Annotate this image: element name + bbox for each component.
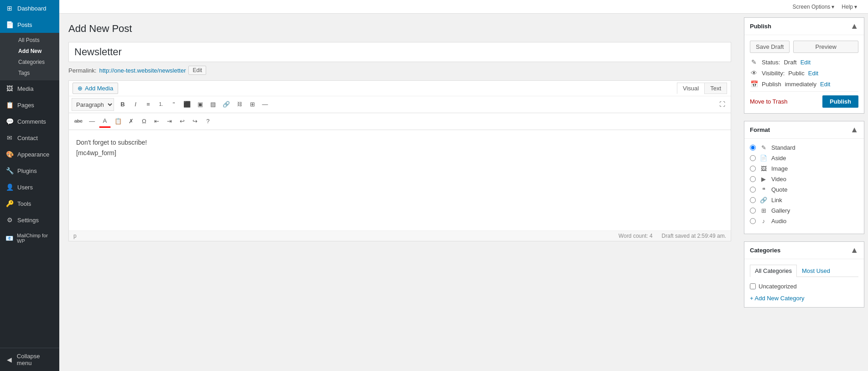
- hr-btn[interactable]: —: [86, 115, 98, 127]
- publish-when-edit-link[interactable]: Edit: [820, 81, 830, 88]
- save-draft-btn[interactable]: Save Draft: [750, 41, 790, 53]
- clear-btn[interactable]: ✗: [125, 115, 137, 127]
- sidebar-item-label: Media: [17, 85, 33, 92]
- sidebar-item-dashboard[interactable]: ⊞ Dashboard: [0, 0, 59, 16]
- format-label-gallery: Gallery: [771, 207, 790, 214]
- unlink-btn[interactable]: ⛓: [234, 99, 245, 110]
- ul-btn[interactable]: ≡: [142, 99, 154, 110]
- collapse-menu-btn[interactable]: ◀ Collapse menu: [0, 348, 59, 371]
- publish-meta-box: Publish ▲ Save Draft Preview ✎ Status: D…: [744, 17, 864, 114]
- format-radio-audio[interactable]: [750, 218, 756, 224]
- sidebar: ⊞ Dashboard 📄 Posts All Posts Add New Ca…: [0, 0, 59, 371]
- post-title-input[interactable]: [68, 42, 731, 62]
- format-radio-standard[interactable]: [750, 145, 756, 151]
- visibility-item: 👁 Visibility: Public Edit: [750, 69, 858, 77]
- italic-btn[interactable]: I: [130, 99, 141, 110]
- format-radio-image[interactable]: [750, 166, 756, 172]
- cat-tab-most-used[interactable]: Most Used: [797, 265, 835, 277]
- sidebar-item-posts[interactable]: 📄 Posts: [0, 16, 59, 33]
- add-category-link[interactable]: + Add New Category: [750, 295, 805, 302]
- collapse-icon: ◀: [5, 356, 13, 363]
- content-area: Add New Post Permalink: http://one-test.…: [59, 14, 868, 371]
- screen-options-btn[interactable]: Screen Options ▾: [789, 4, 838, 10]
- sidebar-item-media[interactable]: 🖼 Media: [0, 80, 59, 97]
- redo-btn[interactable]: ↪: [189, 115, 201, 127]
- publish-meta-box-header[interactable]: Publish ▲: [744, 18, 864, 35]
- permalink-url[interactable]: http://one-test.website/newsletter: [99, 67, 186, 74]
- sidebar-item-settings[interactable]: ⚙ Settings: [0, 212, 59, 228]
- sidebar-sub-tags[interactable]: Tags: [14, 68, 59, 78]
- format-radio-quote[interactable]: [750, 187, 756, 193]
- format-radio-gallery[interactable]: [750, 208, 756, 214]
- sidebar-sub-all-posts[interactable]: All Posts: [14, 35, 59, 46]
- cat-item-uncategorized: Uncategorized: [750, 282, 858, 291]
- align-left-btn[interactable]: ⬛: [181, 99, 193, 110]
- editor-footer: p Word count: 4 Draft saved at 2:59:49 a…: [69, 230, 731, 241]
- publish-footer: Move to Trash Publish: [750, 91, 858, 108]
- link-btn[interactable]: 🔗: [220, 99, 233, 110]
- cat-checkbox-uncategorized[interactable]: [750, 283, 756, 289]
- format-icon-quote: ❝: [759, 186, 768, 193]
- more-btn[interactable]: —: [259, 99, 271, 110]
- align-right-btn[interactable]: ▨: [207, 99, 219, 110]
- blockquote-btn[interactable]: ": [168, 99, 180, 110]
- editor-toolbar-row2: abc — A 📋 ✗ Ω ⇤ ⇥ ↩ ↪ ?: [69, 113, 731, 130]
- paste-text-btn[interactable]: 📋: [112, 115, 125, 127]
- content-paragraph-2: [mc4wp_form]: [76, 148, 723, 158]
- cat-tab-all[interactable]: All Categories: [750, 265, 797, 277]
- sidebar-item-comments[interactable]: 💬 Comments: [0, 113, 59, 130]
- strikethrough-btn[interactable]: abc: [72, 116, 85, 126]
- sidebar-sub-add-new[interactable]: Add New: [14, 46, 59, 57]
- table-btn[interactable]: ⊞: [246, 99, 258, 110]
- sidebar-item-tools[interactable]: 🔑 Tools: [0, 195, 59, 212]
- sidebar-sub-categories[interactable]: Categories: [14, 57, 59, 68]
- add-media-btn[interactable]: ⊕ Add Media: [73, 83, 118, 94]
- paragraph-select[interactable]: Paragraph: [72, 98, 114, 111]
- indent-out-btn[interactable]: ⇤: [151, 115, 163, 127]
- visibility-edit-link[interactable]: Edit: [808, 70, 818, 77]
- indent-in-btn[interactable]: ⇥: [164, 115, 176, 127]
- publish-when-label: Publish: [762, 81, 781, 88]
- visual-mode-btn[interactable]: Visual: [677, 83, 704, 94]
- text-color-btn[interactable]: A: [99, 115, 111, 128]
- sidebar-item-pages[interactable]: 📋 Pages: [0, 97, 59, 113]
- text-mode-btn[interactable]: Text: [704, 83, 727, 94]
- sidebar-item-appearance[interactable]: 🎨 Appearance: [0, 146, 59, 162]
- fullscreen-btn[interactable]: ⛶: [716, 99, 728, 110]
- move-trash-link[interactable]: Move to Trash: [750, 98, 787, 105]
- p-tag-label: p: [73, 233, 77, 239]
- permalink-edit-btn[interactable]: Edit: [188, 66, 206, 75]
- format-icon-image: 🖼: [759, 165, 768, 172]
- topbar: Screen Options ▾ Help ▾: [59, 0, 868, 14]
- content-paragraph-1: Don't forget to subscribe!: [76, 137, 723, 147]
- ol-btn[interactable]: 1.: [155, 99, 167, 110]
- format-label-link: Link: [771, 197, 782, 204]
- sidebar-item-mailchimp[interactable]: 📧 MailChimp for WP: [0, 228, 59, 248]
- format-meta-box-header[interactable]: Format ▲: [744, 121, 864, 139]
- publish-box-content: Save Draft Preview ✎ Status: Draft Edit …: [744, 35, 864, 113]
- sidebar-item-plugins[interactable]: 🔧 Plugins: [0, 162, 59, 179]
- editor-box: ⊕ Add Media Visual Text Paragraph B I ≡ …: [68, 80, 731, 241]
- status-edit-link[interactable]: Edit: [800, 59, 811, 66]
- align-center-btn[interactable]: ▣: [194, 99, 206, 110]
- calendar-icon: 📅: [750, 80, 758, 88]
- format-radio-link[interactable]: [750, 197, 756, 203]
- editor-content[interactable]: Don't forget to subscribe! [mc4wp_form]: [69, 130, 731, 230]
- preview-btn[interactable]: Preview: [793, 41, 858, 53]
- sidebar-item-users[interactable]: 👤 Users: [0, 179, 59, 195]
- sidebar-item-contact[interactable]: ✉ Contact: [0, 130, 59, 146]
- format-radio-video[interactable]: [750, 176, 756, 182]
- publish-btn[interactable]: Publish: [822, 95, 858, 108]
- media-icon: 🖼: [5, 85, 14, 92]
- permalink-label: Permalink:: [68, 67, 96, 74]
- sidebar-item-label: Contact: [17, 135, 38, 141]
- help-editor-btn[interactable]: ?: [202, 115, 214, 127]
- categories-tabs: All Categories Most Used: [750, 265, 858, 277]
- format-radio-aside[interactable]: [750, 155, 756, 161]
- special-char-btn[interactable]: Ω: [138, 115, 150, 127]
- help-btn[interactable]: Help ▾: [838, 4, 861, 10]
- draft-saved-label: Draft saved at 2:59:49 am.: [662, 233, 726, 239]
- categories-meta-box-header[interactable]: Categories ▲: [744, 242, 864, 259]
- bold-btn[interactable]: B: [117, 99, 129, 110]
- undo-btn[interactable]: ↩: [177, 115, 188, 127]
